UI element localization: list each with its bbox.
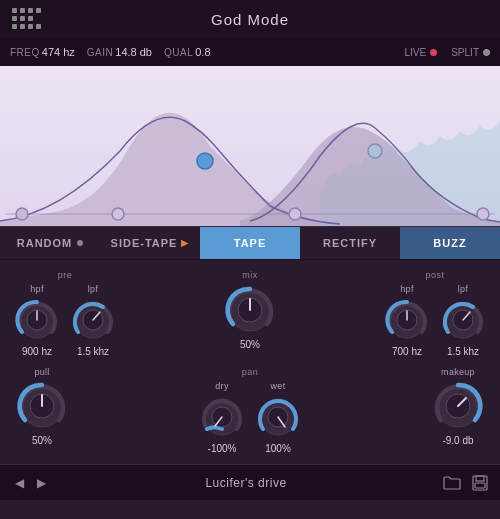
mode-rectify[interactable]: RECTIFY <box>300 227 400 259</box>
save-icon[interactable] <box>470 473 490 493</box>
post-label: post <box>425 270 444 280</box>
bottom-nav: ◀ ▶ <box>10 474 50 492</box>
gain-value: 14.8 db <box>115 46 152 58</box>
mix-knob[interactable]: 50% <box>224 284 276 350</box>
preset-title: Lucifer's drive <box>50 476 442 490</box>
dry-label: dry <box>215 381 228 391</box>
pan-section: pan dry -100% wet <box>199 367 301 454</box>
pre-lpf-label: lpf <box>88 284 98 294</box>
pre-label: pre <box>58 270 73 280</box>
mix-section: mix 50% <box>224 270 276 350</box>
mix-label: mix <box>242 270 258 280</box>
pre-hpf-knob[interactable]: hpf 900 hz <box>14 284 60 357</box>
makeup-label: makeup <box>441 367 475 377</box>
post-section: post hpf 700 hz lpf <box>384 270 486 357</box>
pull-value: 50% <box>32 435 52 446</box>
svg-point-4 <box>197 153 213 169</box>
mode-side-tape[interactable]: SIDE-TAPE ▶ <box>100 227 200 259</box>
split-indicator[interactable]: SPLIT <box>451 47 490 58</box>
controls: pre hpf 900 hz lpf <box>0 260 500 464</box>
visualizer[interactable] <box>0 66 500 226</box>
next-button[interactable]: ▶ <box>32 474 50 492</box>
split-dot <box>483 49 490 56</box>
pre-lpf-value: 1.5 khz <box>77 346 109 357</box>
svg-point-7 <box>477 208 489 220</box>
gain-label: GAIN <box>87 47 113 58</box>
pull-label: pull <box>34 367 49 377</box>
svg-rect-36 <box>476 476 484 481</box>
svg-point-5 <box>289 208 301 220</box>
bottom-bar: ◀ ▶ Lucifer's drive <box>0 464 500 500</box>
svg-point-6 <box>368 144 382 158</box>
svg-point-2 <box>16 208 28 220</box>
pre-hpf-value: 900 hz <box>22 346 52 357</box>
logo-icon <box>12 8 42 30</box>
dry-value: -100% <box>208 443 237 454</box>
prev-button[interactable]: ◀ <box>10 474 28 492</box>
svg-rect-37 <box>475 483 485 488</box>
mix-value: 50% <box>240 339 260 350</box>
svg-point-3 <box>112 208 124 220</box>
pre-section: pre hpf 900 hz lpf <box>14 270 116 357</box>
split-label: SPLIT <box>451 47 479 58</box>
params-bar: FREQ 474 hz GAIN 14.8 db QUAL 0.8 LIVE S… <box>0 38 500 66</box>
makeup-value: -9.0 db <box>442 435 473 446</box>
mode-buzz[interactable]: BUZZ <box>400 227 500 259</box>
header: God Mode <box>0 0 500 38</box>
pan-label: pan <box>242 367 259 377</box>
mode-rectify-label: RECTIFY <box>323 237 377 249</box>
post-hpf-value: 700 hz <box>392 346 422 357</box>
qual-value: 0.8 <box>195 46 210 58</box>
wet-label: wet <box>271 381 286 391</box>
side-tape-arrow: ▶ <box>181 238 189 248</box>
makeup-section: makeup -9.0 db <box>430 367 486 446</box>
mode-tape[interactable]: TAPE <box>200 227 300 259</box>
app-title: God Mode <box>211 11 289 28</box>
mode-random-label: RANDOM <box>17 237 73 249</box>
live-dot <box>430 49 437 56</box>
pre-hpf-label: hpf <box>30 284 43 294</box>
post-lpf-value: 1.5 khz <box>447 346 479 357</box>
mode-tape-label: TAPE <box>234 237 267 249</box>
mode-buzz-label: BUZZ <box>433 237 466 249</box>
wet-value: 100% <box>265 443 291 454</box>
pre-lpf-knob[interactable]: lpf 1.5 khz <box>70 284 116 357</box>
random-dot <box>77 240 83 246</box>
post-lpf-knob[interactable]: lpf 1.5 khz <box>440 284 486 357</box>
pull-section: pull 50% <box>14 367 70 446</box>
bottom-icons <box>442 473 490 493</box>
mode-bar: RANDOM SIDE-TAPE ▶ TAPE RECTIFY BUZZ <box>0 226 500 260</box>
qual-label: QUAL <box>164 47 193 58</box>
wet-knob[interactable]: wet 100% <box>255 381 301 454</box>
post-hpf-knob[interactable]: hpf 700 hz <box>384 284 430 357</box>
freq-label: FREQ <box>10 47 40 58</box>
mode-random[interactable]: RANDOM <box>0 227 100 259</box>
live-label: LIVE <box>405 47 427 58</box>
live-indicator[interactable]: LIVE <box>405 47 438 58</box>
post-hpf-label: hpf <box>400 284 413 294</box>
freq-value: 474 hz <box>42 46 75 58</box>
dry-knob[interactable]: dry -100% <box>199 381 245 454</box>
post-lpf-label: lpf <box>458 284 468 294</box>
folder-icon[interactable] <box>442 473 462 493</box>
makeup-knob[interactable]: makeup -9.0 db <box>430 367 486 446</box>
mode-side-tape-label: SIDE-TAPE <box>111 237 178 249</box>
pull-knob[interactable]: pull 50% <box>14 367 70 446</box>
